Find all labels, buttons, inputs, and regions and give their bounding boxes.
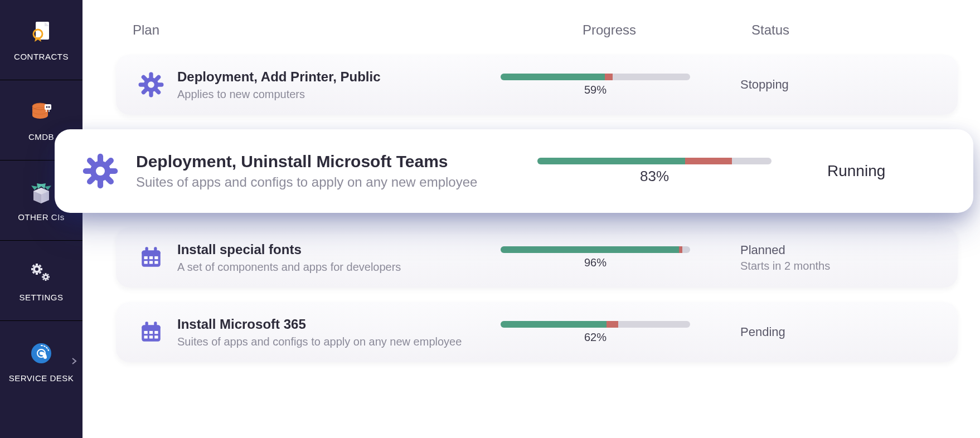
svg-rect-5	[45, 104, 51, 110]
svg-line-25	[48, 279, 48, 280]
plan-subtitle: Applies to new computers	[177, 88, 501, 101]
chevron-right-icon	[71, 357, 77, 365]
plan-row[interactable]: Deployment, Uninstall Microsoft Teams Su…	[55, 129, 973, 213]
status: Planned Starts in 2 months	[690, 243, 935, 272]
plan-text: Install special fonts A set of component…	[177, 242, 501, 274]
progress: 83%	[537, 158, 772, 185]
plan-row[interactable]: Install Microsoft 365 Suites of apps and…	[116, 302, 958, 362]
progress-bar	[501, 246, 690, 253]
contracts-icon	[28, 18, 55, 45]
plan-title: Deployment, Uninstall Microsoft Teams	[136, 152, 537, 171]
status: Running	[772, 162, 940, 180]
gear-icon	[138, 72, 177, 98]
calendar-icon	[138, 245, 177, 270]
progress-red	[679, 246, 683, 253]
progress-label: 96%	[584, 256, 607, 269]
status-text: Pending	[740, 325, 935, 339]
progress-green	[501, 74, 605, 80]
cmdb-icon	[28, 99, 55, 125]
sidebar-item-label: CMDB	[28, 132, 54, 142]
progress: 59%	[501, 74, 690, 96]
progress-bar	[501, 321, 690, 328]
sidebar-item-label: SETTINGS	[19, 293, 63, 302]
plan-title: Deployment, Add Printer, Public	[177, 69, 501, 85]
box-icon	[28, 179, 55, 206]
plan-row[interactable]: Deployment, Add Printer, Public Applies …	[116, 55, 958, 115]
progress-bar	[537, 158, 772, 164]
progress: 62%	[501, 321, 690, 344]
plan-subtitle: Suites of apps and configs to apply on a…	[177, 335, 501, 348]
progress-red	[605, 74, 613, 80]
progress-red	[607, 321, 618, 328]
plan-subtitle: Suites of apps and configs to apply on a…	[136, 174, 537, 190]
status: Pending	[690, 325, 935, 339]
progress-green	[501, 246, 679, 253]
svg-line-26	[43, 279, 43, 280]
sidebar-item-service-desk[interactable]: SERVICE DESK	[0, 321, 83, 401]
status-text: Running	[827, 162, 940, 180]
rows-list: Deployment, Add Printer, Public Applies …	[116, 55, 958, 362]
progress: 96%	[501, 246, 690, 269]
progress-label: 59%	[584, 84, 607, 96]
status: Stopping	[690, 77, 935, 92]
status-text: Planned	[740, 243, 935, 257]
sidebar-item-label: SERVICE DESK	[9, 373, 74, 383]
svg-point-10	[34, 266, 40, 272]
header-plan: Plan	[133, 22, 512, 38]
progress-label: 62%	[584, 331, 607, 344]
plan-text: Install Microsoft 365 Suites of apps and…	[177, 317, 501, 348]
svg-line-15	[33, 265, 34, 266]
plan-subtitle: A set of components and apps for develop…	[177, 261, 501, 274]
svg-point-7	[48, 106, 50, 108]
calendar-icon	[138, 319, 177, 345]
svg-line-24	[43, 274, 43, 275]
progress-red	[685, 158, 732, 164]
sidebar-item-settings[interactable]: SETTINGS	[0, 241, 83, 321]
svg-point-6	[46, 106, 48, 108]
svg-line-18	[40, 265, 41, 266]
svg-point-19	[44, 275, 48, 279]
sidebar: CONTRACTS CMDB	[0, 0, 83, 438]
header-progress: Progress	[512, 22, 707, 38]
status-subtext: Starts in 2 months	[740, 260, 935, 272]
plan-title: Install special fonts	[177, 242, 501, 257]
header-status: Status	[707, 22, 958, 38]
svg-line-16	[40, 272, 41, 273]
progress-label: 83%	[640, 168, 669, 185]
service-desk-icon	[28, 340, 55, 367]
svg-line-27	[48, 274, 48, 275]
plan-text: Deployment, Add Printer, Public Applies …	[177, 69, 501, 101]
sidebar-item-label: CONTRACTS	[14, 52, 69, 61]
plan-row[interactable]: Install special fonts A set of component…	[116, 227, 958, 288]
column-headers: Plan Progress Status	[133, 22, 958, 38]
plan-title: Install Microsoft 365	[177, 317, 501, 332]
status-text: Stopping	[740, 77, 935, 92]
svg-line-17	[33, 272, 34, 273]
sidebar-item-label: OTHER CIs	[18, 212, 65, 222]
plan-text: Deployment, Uninstall Microsoft Teams Su…	[136, 152, 537, 190]
gear-icon	[83, 153, 136, 189]
settings-icon	[28, 259, 55, 286]
progress-green	[537, 158, 685, 164]
progress-bar	[501, 74, 690, 80]
progress-green	[501, 321, 607, 328]
main-content: Plan Progress Status Deployment, Add Pri…	[83, 0, 980, 438]
sidebar-item-contracts[interactable]: CONTRACTS	[0, 0, 83, 80]
